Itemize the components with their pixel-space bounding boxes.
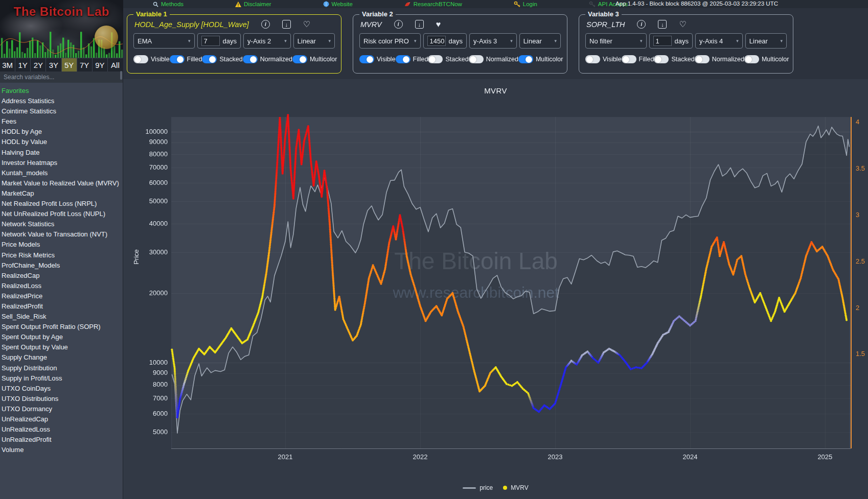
timeframe-button-9y[interactable]: 9Y: [93, 58, 107, 72]
sidebar-item-unrealizedprofit[interactable]: UnRealizedProfit: [2, 435, 123, 445]
sidebar-item-net-unrealized-profit-loss-nupl[interactable]: Net UnRealized Profit Loss (NUPL): [2, 209, 123, 219]
header-link-website[interactable]: Website: [323, 1, 353, 7]
days-input[interactable]: 7: [201, 36, 220, 46]
sidebar-item-hodl-by-age[interactable]: HODL by Age: [2, 127, 123, 137]
toggle-stacked: Stacked: [202, 55, 242, 63]
y-axis-select[interactable]: y-Axis 4▾: [695, 33, 743, 49]
days-input[interactable]: 1: [653, 36, 672, 46]
filter-select[interactable]: EMA▾: [133, 33, 195, 49]
sidebar-item-kuntah-models[interactable]: Kuntah_models: [2, 168, 123, 178]
header-link-methods[interactable]: Methods: [153, 1, 184, 7]
toggle-label: Stacked: [445, 56, 468, 63]
toggle-switch-stacked[interactable]: [202, 55, 217, 63]
price-mvrv-chart-canvas[interactable]: [123, 79, 868, 499]
sidebar-item-spent-output-by-age[interactable]: Spent Output by Age: [2, 332, 123, 342]
sidebar-item-profchaine-models[interactable]: ProfChaine_Models: [2, 260, 123, 271]
filter-select[interactable]: No filter▾: [585, 33, 647, 49]
filter-select[interactable]: Risk color PRO▾: [359, 33, 421, 49]
info-icon[interactable]: i: [637, 20, 646, 29]
sidebar-item-cointime-statistics[interactable]: Cointime Statistics: [2, 106, 123, 116]
download-icon[interactable]: ↓: [415, 20, 424, 29]
toggle-switch-filled[interactable]: [622, 55, 636, 63]
variable-controls: Risk color PRO▾1450daysy-Axis 3▾Linear▾: [359, 33, 561, 49]
variable-name: HODL_Age_Supply [HODL_Wave]: [134, 20, 249, 29]
toggle-switch-filled[interactable]: [396, 55, 410, 63]
sidebar-item-utxo-distributions[interactable]: UTXO Distributions: [2, 394, 123, 404]
sidebar-item-network-value-to-transaction-nvt[interactable]: Network Value to Transaction (NVT): [2, 229, 123, 240]
search-input[interactable]: [0, 72, 123, 83]
toggle-knob: [586, 56, 593, 63]
scale-select[interactable]: Linear▾: [745, 33, 787, 49]
timeframe-button-1y[interactable]: 1Y: [15, 58, 30, 72]
timeframe-button-5y[interactable]: 5Y: [62, 58, 77, 72]
toggle-switch-multicolor[interactable]: [518, 55, 533, 63]
sidebar-item-market-value-to-realized-value-mvrv[interactable]: Market Value to Realized Value (MVRV): [2, 178, 123, 188]
toggle-label: Visible: [151, 56, 170, 63]
sidebar-item-realizedcap[interactable]: RealizedCap: [2, 271, 123, 281]
legend-item-mvrv[interactable]: MVRV: [503, 484, 528, 491]
sidebar-item-halving-date[interactable]: Halving Date: [2, 148, 123, 158]
toggle-switch-visible[interactable]: [585, 55, 600, 63]
toggle-switch-multicolor[interactable]: [744, 55, 759, 63]
y-axis-select[interactable]: y-Axis 3▾: [469, 33, 517, 49]
sidebar-item-utxo-coindays[interactable]: UTXO CoinDays: [2, 384, 123, 394]
sidebar-item-sell-side-risk[interactable]: Sell_Side_Risk: [2, 312, 123, 322]
toggle-switch-visible[interactable]: [359, 55, 374, 63]
sidebar-item-realizedprofit[interactable]: RealizedProfit: [2, 301, 123, 312]
header-link-researchbtcnow[interactable]: ResearchBTCNow: [404, 1, 462, 7]
sidebar-item-spent-output-profit-ratio-sopr[interactable]: Spent Output Profit Ratio (SOPR): [2, 322, 123, 332]
toggle-switch-filled[interactable]: [170, 55, 185, 63]
sidebar-item-supply-change[interactable]: Supply Change: [2, 352, 123, 363]
toggle-switch-stacked[interactable]: [428, 55, 443, 63]
sidebar-item-network-statistics[interactable]: Network Statistics: [2, 219, 123, 229]
timeframe-button-2y[interactable]: 2Y: [31, 58, 45, 72]
sidebar-item-unrealizedloss[interactable]: UnRealizedLoss: [2, 424, 123, 435]
sidebar-scrollbar-thumb[interactable]: [120, 71, 122, 80]
toggle-switch-normalized[interactable]: [695, 55, 710, 63]
toggle-filled: Filled: [396, 55, 428, 63]
heart-icon[interactable]: ♥: [436, 21, 441, 28]
download-icon[interactable]: ↓: [658, 20, 667, 29]
timeframe-button-all[interactable]: All: [108, 58, 123, 72]
sidebar-item-favorites[interactable]: Favorites: [2, 86, 123, 96]
timeframe-button-3m[interactable]: 3M: [0, 58, 15, 72]
info-icon[interactable]: i: [394, 20, 403, 29]
sidebar-item-spent-output-by-value[interactable]: Spent Output by Value: [2, 342, 123, 352]
sidebar-item-volume[interactable]: Volume: [2, 445, 123, 455]
sidebar-item-hodl-by-value[interactable]: HODL by Value: [2, 137, 123, 147]
sidebar-item-supply-in-profit-loss[interactable]: Supply in Profit/Loss: [2, 373, 123, 384]
sidebar-item-address-statistics[interactable]: Address Statistics: [2, 96, 123, 106]
toggle-switch-stacked[interactable]: [654, 55, 669, 63]
download-icon[interactable]: ↓: [282, 20, 291, 29]
y-axis-select[interactable]: y-Axis 2▾: [243, 33, 291, 49]
heart-icon[interactable]: ♡: [679, 21, 686, 28]
selected-value: y-Axis 2: [247, 37, 271, 45]
toggle-knob: [250, 56, 257, 63]
days-input[interactable]: 1450: [427, 36, 446, 46]
globe-icon: [323, 1, 329, 7]
legend-item-price[interactable]: price: [463, 484, 493, 491]
sidebar-item-realizedprice[interactable]: RealizedPrice: [2, 291, 123, 301]
timeframe-button-3y[interactable]: 3Y: [46, 58, 61, 72]
toggle-switch-visible[interactable]: [133, 55, 148, 63]
heart-icon[interactable]: ♡: [303, 21, 310, 28]
timeframe-button-7y[interactable]: 7Y: [77, 58, 92, 72]
info-icon[interactable]: i: [261, 20, 270, 29]
sidebar-item-supply-distribution[interactable]: Supply Distribution: [2, 363, 123, 373]
header-link-login[interactable]: Login: [514, 1, 537, 8]
sidebar-item-marketcap[interactable]: MarketCap: [2, 188, 123, 199]
header-link-disclaimer[interactable]: Disclaimer: [235, 1, 271, 7]
sidebar-item-price-risk-metrics[interactable]: Price Risk Metrics: [2, 250, 123, 260]
scale-select[interactable]: Linear▾: [519, 33, 561, 49]
toggle-switch-normalized[interactable]: [243, 55, 258, 63]
toggle-switch-normalized[interactable]: [469, 55, 484, 63]
sidebar-item-fees[interactable]: Fees: [2, 116, 123, 127]
sidebar-item-unrealizedcap[interactable]: UnRealizedCap: [2, 414, 123, 424]
toggle-switch-multicolor[interactable]: [292, 55, 307, 63]
sidebar-item-price-models[interactable]: Price Models: [2, 240, 123, 250]
sidebar-item-realizedloss[interactable]: RealizedLoss: [2, 281, 123, 291]
sidebar-item-net-realized-profit-loss-nrpl[interactable]: Net Realized Profit Loss (NRPL): [2, 199, 123, 209]
sidebar-item-investor-heatmaps[interactable]: Investor Heatmaps: [2, 158, 123, 168]
sidebar-item-utxo-dormancy[interactable]: UTXO Dormancy: [2, 404, 123, 414]
scale-select[interactable]: Linear▾: [293, 33, 335, 49]
